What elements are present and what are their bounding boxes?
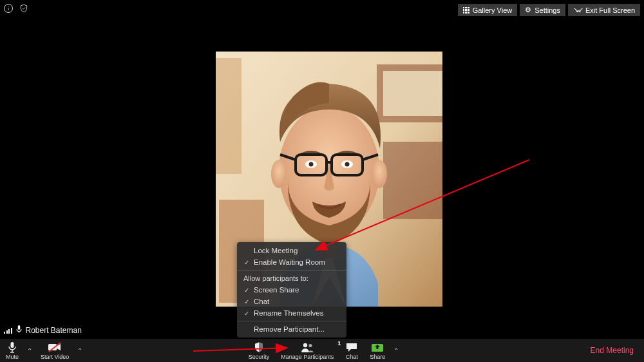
- camera-off-icon: [48, 341, 62, 353]
- toolbar-left-group: Mute ⌃ Start Video ⌃: [0, 339, 85, 362]
- check-icon: ✓: [243, 310, 250, 317]
- participant-name: Robert Bateman: [26, 326, 82, 335]
- gallery-view-button[interactable]: Gallery View: [458, 4, 518, 16]
- mute-button[interactable]: Mute: [0, 339, 24, 362]
- exit-fullscreen-button[interactable]: ↘↙ Exit Full Screen: [568, 4, 640, 16]
- chat-label: Chat: [346, 354, 358, 360]
- chat-label: Chat: [254, 298, 269, 305]
- encryption-shield-icon[interactable]: [19, 4, 28, 13]
- participants-icon: [300, 341, 314, 353]
- manage-participants-button[interactable]: 1 Manage Participants: [275, 339, 339, 362]
- svg-point-12: [309, 162, 314, 167]
- svg-point-9: [372, 160, 387, 188]
- menu-item-screen-share[interactable]: ✓ Screen Share: [237, 284, 346, 296]
- shield-icon: [253, 341, 265, 353]
- enable-waiting-room-label: Enable Waiting Room: [254, 258, 325, 266]
- svg-point-24: [309, 343, 312, 347]
- gear-icon: ⚙: [525, 6, 531, 14]
- allow-participants-header: Allow participants to:: [237, 272, 346, 284]
- top-right-buttons: Gallery View ⚙ Settings ↘↙ Exit Full Scr…: [458, 4, 640, 16]
- share-label: Share: [370, 354, 385, 360]
- bottom-toolbar: Mute ⌃ Start Video ⌃ Security 1 Manage P…: [0, 339, 644, 362]
- lock-meeting-label: Lock Meeting: [254, 247, 298, 254]
- security-menu[interactable]: Lock Meeting ✓ Enable Waiting Room Allow…: [237, 242, 346, 338]
- mute-options-chevron[interactable]: ⌃: [24, 339, 35, 362]
- check-icon: ✓: [243, 298, 250, 305]
- toolbar-center-group: Security 1 Manage Participants Chat Shar…: [0, 339, 644, 362]
- settings-button[interactable]: ⚙ Settings: [520, 4, 565, 16]
- menu-separator: [237, 270, 346, 271]
- share-button[interactable]: Share: [364, 339, 391, 362]
- check-icon: ✓: [243, 287, 250, 294]
- menu-separator: [237, 321, 346, 321]
- security-label: Security: [249, 354, 270, 360]
- settings-label: Settings: [535, 6, 560, 14]
- exit-fullscreen-icon: ↘↙: [573, 6, 582, 14]
- microphone-icon: [8, 341, 17, 353]
- mute-label: Mute: [6, 354, 19, 360]
- end-meeting-button[interactable]: End Meeting: [587, 346, 638, 355]
- start-video-button[interactable]: Start Video: [35, 339, 75, 362]
- menu-item-enable-waiting-room[interactable]: ✓ Enable Waiting Room: [237, 256, 346, 268]
- share-options-chevron[interactable]: ⌃: [391, 339, 401, 362]
- top-left-icons: i: [4, 4, 28, 13]
- chat-button[interactable]: Chat: [339, 339, 364, 362]
- manage-participants-label: Manage Participants: [281, 354, 334, 360]
- security-button[interactable]: Security: [243, 339, 276, 362]
- signal-icon: [4, 327, 12, 334]
- check-icon: [243, 247, 250, 254]
- svg-rect-18: [11, 342, 14, 348]
- chat-icon: [345, 341, 358, 353]
- menu-item-chat[interactable]: ✓ Chat: [237, 296, 346, 307]
- video-options-chevron[interactable]: ⌃: [75, 339, 85, 362]
- svg-rect-2: [383, 71, 442, 116]
- menu-item-rename[interactable]: ✓ Rename Themselves: [237, 307, 346, 319]
- rename-label: Rename Themselves: [254, 309, 323, 317]
- exit-fullscreen-label: Exit Full Screen: [585, 6, 635, 14]
- gallery-view-label: Gallery View: [473, 6, 513, 14]
- screen-share-label: Screen Share: [254, 286, 299, 294]
- svg-point-13: [345, 162, 350, 167]
- menu-item-lock-meeting[interactable]: Lock Meeting: [237, 245, 346, 256]
- start-video-label: Start Video: [41, 354, 69, 360]
- svg-rect-3: [383, 142, 442, 219]
- share-screen-icon: [371, 341, 384, 353]
- remove-participant-label: Remove Participant...: [254, 325, 325, 333]
- svg-point-23: [303, 343, 307, 347]
- info-icon[interactable]: i: [4, 4, 13, 13]
- top-bar: i Gallery View ⚙ Settings ↘↙ Exit Full S…: [0, 0, 644, 18]
- svg-point-8: [271, 160, 287, 188]
- mic-mini-icon: [16, 325, 22, 335]
- svg-rect-16: [17, 325, 19, 330]
- svg-rect-5: [216, 58, 242, 174]
- grid-icon: [463, 7, 469, 14]
- toolbar-right-group: End Meeting: [587, 339, 638, 362]
- participant-name-row: Robert Bateman: [4, 325, 82, 335]
- blank-icon: [243, 326, 250, 333]
- check-icon: ✓: [243, 259, 250, 266]
- menu-item-remove-participant[interactable]: Remove Participant...: [237, 323, 346, 335]
